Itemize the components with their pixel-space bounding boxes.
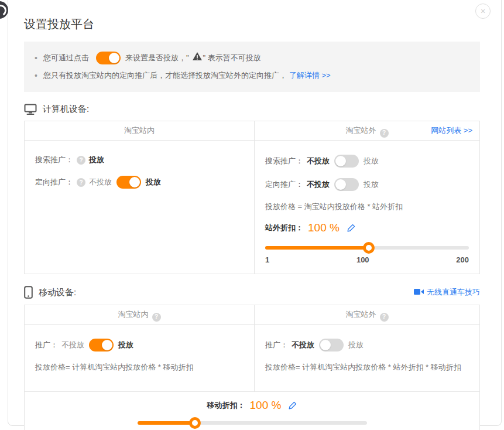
wireless-tips-link[interactable]: 无线直通车技巧 <box>427 287 480 298</box>
mobile-offsite-cell: 推广： 不投放 投放 投放价格= 计算机淘宝站内投放价格 * 站外折扣 * 移动… <box>254 325 479 391</box>
page: × 设置投放平台 • 您可通过点击 来设置是否投放，" " 表示暂不可投放 • … <box>0 0 504 430</box>
computer-onsite-cell: 搜索推广： ? 投放 定向推广： ? 不投放 投放 <box>25 141 254 274</box>
mobile-discount-row: 移动折扣： 100 % <box>138 399 367 412</box>
computer-offsite-cell: 搜索推广： 不投放 投放 定向推广： 不投放 投放 投放价格 = 淘宝站内投放价… <box>254 141 479 274</box>
tick-mid: 100 <box>356 255 369 264</box>
toggle-on-label: 投放 <box>348 340 364 350</box>
mobile-onsite-promo-row: 推广： 不投放 投放 <box>35 339 244 351</box>
offsite-discount-row: 站外折扣： 100 % <box>265 221 469 234</box>
mobile-onsite-formula: 投放价格= 计算机淘宝站内投放价格 * 移动折扣 <box>35 362 244 373</box>
header-label: 淘宝站内 <box>124 126 155 135</box>
dialog-title: 设置投放平台 <box>24 16 480 32</box>
slider-knob[interactable] <box>189 417 201 429</box>
computer-icon <box>24 104 37 115</box>
mobile-table: 淘宝站内? 淘宝站外? 推广： 不投放 投放 投放价格= 计算机淘宝站内投放价格… <box>24 305 480 430</box>
computer-onsite-targeted-toggle[interactable] <box>116 176 141 189</box>
offsite-discount-slider[interactable] <box>265 243 469 253</box>
field-label: 搜索推广： <box>265 156 303 166</box>
computer-offsite-targeted-row: 定向推广： 不投放 投放 <box>265 178 469 191</box>
mobile-onsite-promo-toggle[interactable] <box>89 339 114 351</box>
page-corner-badge <box>0 1 8 19</box>
toggle-off-label: 不投放 <box>307 156 330 166</box>
computer-onsite-search-row: 搜索推广： ? 投放 <box>35 155 244 165</box>
tick-min: 1 <box>265 255 269 264</box>
toggle-off-label: 不投放 <box>292 340 314 350</box>
notice-box: • 您可通过点击 来设置是否投放，" " 表示暂不可投放 • 您只有投放淘宝站内… <box>24 42 480 92</box>
toggle-on-label: 投放 <box>146 177 161 187</box>
slider-fill <box>138 421 195 425</box>
mobile-onsite-header: 淘宝站内? <box>25 305 254 325</box>
computer-offsite-search-toggle[interactable] <box>334 155 359 168</box>
mobile-offsite-header: 淘宝站外? <box>254 305 479 325</box>
field-label: 推广： <box>265 340 288 350</box>
field-label: 搜索推广： <box>35 155 73 165</box>
help-icon[interactable]: ? <box>380 129 389 138</box>
notice-text: " 表示暂不可投放 <box>203 49 261 67</box>
field-label: 推广： <box>35 340 58 350</box>
toggle-knob <box>335 156 346 166</box>
warning-icon <box>193 49 202 67</box>
help-icon[interactable]: ? <box>77 178 85 187</box>
website-list-link[interactable]: 网站列表 >> <box>431 121 472 140</box>
learn-more-link[interactable]: 了解详情 >> <box>289 67 331 84</box>
slider-fill <box>265 246 369 250</box>
field-label: 定向推广： <box>265 179 303 190</box>
tick-max: 200 <box>456 255 469 264</box>
mobile-offsite-formula: 投放价格= 计算机淘宝站内投放价格 * 站外折扣 * 移动折扣 <box>265 362 469 373</box>
help-icon[interactable]: ? <box>77 156 85 165</box>
mobile-discount-section: 移动折扣： 100 % 1 200 400 <box>25 391 479 430</box>
mobile-discount-slider[interactable] <box>138 418 367 428</box>
slider-knob[interactable] <box>363 242 375 254</box>
close-icon[interactable]: × <box>475 4 491 19</box>
header-label: 淘宝站内 <box>118 310 149 319</box>
notice-text: 您可通过点击 <box>43 49 89 67</box>
discount-label: 站外折扣： <box>265 223 303 233</box>
computer-onsite-header: 淘宝站内 <box>25 121 254 141</box>
offsite-slider-ticks: 1 100 200 <box>265 255 469 264</box>
toggle-knob <box>320 340 331 350</box>
edit-pencil-icon[interactable] <box>288 401 297 410</box>
mobile-offsite-promo-toggle[interactable] <box>319 339 344 351</box>
offsite-discount-value: 100 % <box>308 221 340 234</box>
mobile-discount-value: 100 % <box>250 399 282 412</box>
computer-section-header: 计算机设备: <box>24 104 480 115</box>
delivery-platform-dialog: × 设置投放平台 • 您可通过点击 来设置是否投放，" " 表示暂不可投放 • … <box>8 0 502 426</box>
video-icon <box>414 288 424 297</box>
toggle-knob <box>109 53 119 63</box>
notice-line-1: • 您可通过点击 来设置是否投放，" " 表示暂不可投放 <box>35 49 469 67</box>
notice-line-2: • 您只有投放淘宝站内的定向推广后，才能选择投放淘宝站外的定向推广， 了解详情 … <box>35 67 469 84</box>
mobile-section-header: 移动设备: 无线直通车技巧 <box>24 286 480 299</box>
computer-offsite-targeted-toggle[interactable] <box>334 178 359 191</box>
help-icon[interactable]: ? <box>380 313 389 322</box>
toggle-on-label: 投放 <box>364 179 379 190</box>
toggle-off-label: 不投放 <box>89 177 112 187</box>
bullet-dot: • <box>35 67 37 84</box>
computer-section-title: 计算机设备: <box>43 104 89 115</box>
header-label: 淘宝站外 <box>346 310 376 319</box>
offsite-price-formula: 投放价格 = 淘宝站内投放价格 * 站外折扣 <box>265 202 469 212</box>
field-label: 定向推广： <box>35 177 73 187</box>
mobile-icon <box>24 286 33 299</box>
computer-onsite-targeted-row: 定向推广： ? 不投放 投放 <box>35 176 244 189</box>
computer-offsite-search-row: 搜索推广： 不投放 投放 <box>265 155 469 168</box>
notice-text: 来设置是否投放，" <box>125 49 189 67</box>
notice-text: 您只有投放淘宝站内的定向推广后，才能选择投放淘宝站外的定向推广， <box>43 67 287 84</box>
header-label: 淘宝站外 <box>346 126 376 135</box>
bullet-dot: • <box>35 49 37 67</box>
help-icon[interactable]: ? <box>152 313 161 322</box>
computer-table: 淘宝站内 淘宝站外? 网站列表 >> 搜索推广： ? 投放 定向推广： ? 不投… <box>24 121 480 274</box>
discount-label: 移动折扣： <box>207 400 245 411</box>
mobile-offsite-promo-row: 推广： 不投放 投放 <box>265 339 469 351</box>
edit-pencil-icon[interactable] <box>347 224 355 233</box>
toggle-off-label: 不投放 <box>307 179 330 190</box>
toggle-off-label: 不投放 <box>61 340 84 350</box>
toggle-knob <box>129 177 140 187</box>
toggle-knob <box>102 340 112 350</box>
toggle-on-label: 投放 <box>118 340 133 350</box>
search-status-value: 投放 <box>89 155 104 165</box>
example-toggle[interactable] <box>96 52 121 64</box>
wireless-tips[interactable]: 无线直通车技巧 <box>414 287 480 298</box>
computer-offsite-header: 淘宝站外? 网站列表 >> <box>254 121 479 141</box>
toggle-knob <box>335 179 346 190</box>
toggle-on-label: 投放 <box>364 156 379 166</box>
